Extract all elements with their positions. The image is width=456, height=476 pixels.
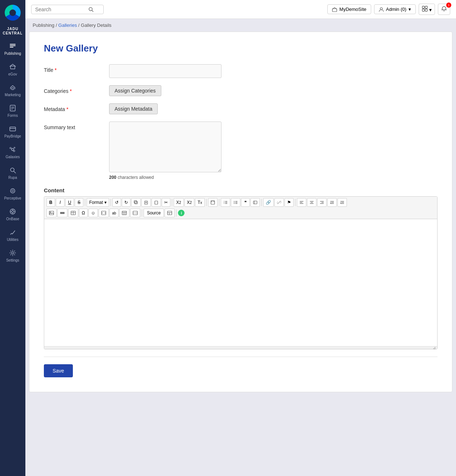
admin-button[interactable]: Admin (0) ▾ xyxy=(374,4,416,14)
toolbar-ordered-list[interactable]: 123 xyxy=(221,198,230,207)
sidebar-item-egov[interactable]: eGov xyxy=(0,59,25,80)
resize-handle: ⊿ xyxy=(433,346,436,350)
svg-point-17 xyxy=(11,189,15,193)
toolbar-abbr[interactable]: ab xyxy=(109,209,119,217)
toolbar-smiley[interactable]: ☺ xyxy=(88,209,98,217)
sidebar-label-egov: eGov xyxy=(8,72,17,76)
toolbar-indent[interactable] xyxy=(327,198,337,207)
save-button[interactable]: Save xyxy=(44,364,73,377)
toolbar-subscript[interactable]: X2 xyxy=(174,198,184,207)
sidebar-label-rupa: Rupa xyxy=(8,176,17,180)
toolbar-source-button[interactable]: Source xyxy=(144,209,164,217)
toolbar-sep-3 xyxy=(172,199,172,206)
toolbar-format-dropdown[interactable]: Format ▾ xyxy=(87,198,109,207)
svg-rect-86 xyxy=(167,211,172,215)
toolbar-table-row[interactable] xyxy=(68,209,78,217)
toolbar-templates[interactable] xyxy=(165,209,175,217)
admin-chevron: ▾ xyxy=(409,7,411,12)
search-icon xyxy=(88,7,94,12)
toolbar-unordered-list[interactable] xyxy=(231,198,240,207)
summary-textarea[interactable] xyxy=(109,122,221,172)
editor-body[interactable] xyxy=(44,219,437,346)
toolbar-copy[interactable] xyxy=(131,198,141,207)
sidebar-item-perceptive[interactable]: Perceptive xyxy=(0,183,25,204)
breadcrumb-root: Publishing xyxy=(33,22,54,28)
toolbar-special-char[interactable]: Ω xyxy=(79,209,88,217)
toolbar-table[interactable] xyxy=(119,209,129,217)
perceptive-icon xyxy=(9,187,17,195)
toolbar-language[interactable] xyxy=(250,198,260,207)
toolbar-undo[interactable]: ↺ xyxy=(112,198,121,207)
svg-point-14 xyxy=(13,150,15,152)
assign-metadata-button[interactable]: Assign Metadata xyxy=(109,103,158,114)
search-box[interactable] xyxy=(31,5,104,14)
svg-rect-4 xyxy=(12,88,14,90)
toolbar-outdent[interactable] xyxy=(337,198,347,207)
search-input[interactable] xyxy=(35,7,86,12)
svg-rect-34 xyxy=(135,201,137,204)
publishing-icon xyxy=(9,42,17,50)
sidebar-item-utilities[interactable]: Utilities xyxy=(0,225,25,245)
toolbar-image[interactable] xyxy=(46,209,57,217)
sidebar-item-rupa[interactable]: Rupa xyxy=(0,163,25,183)
toolbar-align-center[interactable] xyxy=(307,198,316,207)
sidebar-item-publishing[interactable]: Publishing xyxy=(0,38,25,59)
logo-circle xyxy=(5,5,21,21)
toolbar-align-left[interactable] xyxy=(297,198,306,207)
sidebar-item-galaxies[interactable]: Galaxies xyxy=(0,142,25,163)
toolbar-sep-1 xyxy=(85,199,85,206)
bell-button[interactable]: 1 xyxy=(438,4,450,15)
sidebar-item-onbase[interactable]: OnBase xyxy=(0,204,25,225)
assign-categories-button[interactable]: Assign Categories xyxy=(109,85,161,96)
editor-toolbar: B I U S Format ▾ ↺ ↻ xyxy=(44,197,437,219)
mysite-button[interactable]: MyDemoSite xyxy=(327,4,371,14)
toolbar-paste-plain[interactable] xyxy=(152,198,161,207)
toolbar-info[interactable]: i xyxy=(178,210,185,216)
toolbar-unlink[interactable] xyxy=(274,198,284,207)
toolbar-sep-8 xyxy=(142,209,142,217)
toolbar-align-right[interactable] xyxy=(317,198,327,207)
editor-resize-bar: ⊿ xyxy=(44,346,437,349)
toolbar-hr[interactable] xyxy=(57,209,67,217)
summary-row: Summary text 200 characters allowed xyxy=(44,122,438,180)
toolbar-anchor[interactable]: ⚑ xyxy=(285,198,294,207)
onbase-icon xyxy=(9,208,17,216)
sidebar-item-settings[interactable]: Settings xyxy=(0,245,25,266)
toolbar-cut[interactable]: ✂ xyxy=(162,198,170,207)
sidebar-item-marketing[interactable]: Marketing xyxy=(0,80,25,100)
bell-icon xyxy=(441,6,447,12)
svg-rect-1 xyxy=(10,45,16,46)
toolbar-clear-format[interactable]: Tx xyxy=(195,198,204,207)
title-input[interactable] xyxy=(109,64,221,78)
breadcrumb-galleries[interactable]: Galleries xyxy=(58,22,77,28)
brand-name: JADUCENTRAL xyxy=(3,25,23,38)
toolbar-underline[interactable]: U xyxy=(65,198,74,207)
svg-rect-39 xyxy=(155,201,158,204)
toolbar-iframe[interactable] xyxy=(99,209,109,217)
categories-row: Categories * Assign Categories xyxy=(44,85,438,96)
toolbar-superscript[interactable]: X2 xyxy=(185,198,195,207)
toolbar-bold[interactable]: B xyxy=(46,198,55,207)
toolbar-italic[interactable]: I xyxy=(56,198,65,207)
svg-rect-31 xyxy=(425,6,427,8)
marketing-icon xyxy=(9,83,17,91)
toolbar-row-2: Ω ☺ ab xyxy=(46,209,435,217)
toolbar-strikethrough[interactable]: S xyxy=(75,198,83,207)
toolbar-redo[interactable]: ↻ xyxy=(122,198,130,207)
sidebar-label-perceptive: Perceptive xyxy=(4,196,21,200)
toolbar-blockquote[interactable]: ❝ xyxy=(241,198,250,207)
char-limit-text: characters allowed xyxy=(117,175,154,180)
toolbar-paste[interactable] xyxy=(141,198,151,207)
categories-field: Assign Categories xyxy=(109,85,438,96)
grid-button[interactable]: ▾ xyxy=(419,4,435,15)
toolbar-link[interactable]: 🔗 xyxy=(263,198,274,207)
svg-text:3: 3 xyxy=(224,202,225,204)
sidebar-item-paybridge[interactable]: PayBridge xyxy=(0,121,25,142)
metadata-row: Metadata * Assign Metadata xyxy=(44,103,438,114)
toolbar-page-break[interactable] xyxy=(130,209,140,217)
grid-icon xyxy=(422,6,428,12)
summary-field: 200 characters allowed xyxy=(109,122,438,180)
toolbar-maximize[interactable] xyxy=(208,198,217,207)
sidebar-item-forms[interactable]: Forms xyxy=(0,100,25,121)
grid-chevron: ▾ xyxy=(429,7,432,13)
